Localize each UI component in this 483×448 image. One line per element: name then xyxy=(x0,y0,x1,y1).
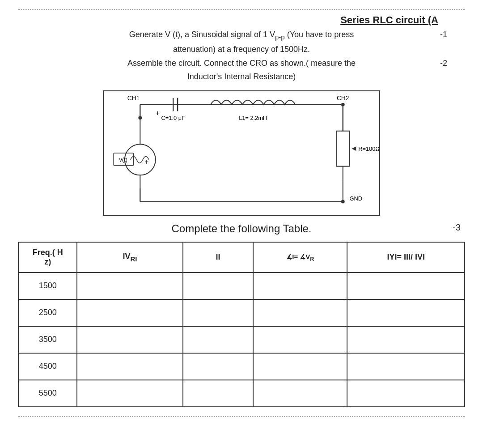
svg-point-22 xyxy=(125,144,156,175)
instruction-2: attenuation) at a frequency of 1500Hz. xyxy=(18,43,465,56)
table-row: 5500 xyxy=(18,380,465,407)
col-header-ivrl: IVRI xyxy=(77,242,182,273)
col-header-angle: ∡I= ∡VR xyxy=(253,242,347,273)
instruction-3: Assemble the circuit. Connect the CRO as… xyxy=(127,59,356,68)
angle-cell xyxy=(253,273,347,299)
table-instruction: Complete the following Table. -3 xyxy=(18,222,465,235)
ivrl-cell xyxy=(77,353,182,380)
ii-cell xyxy=(183,299,254,326)
svg-rect-17 xyxy=(336,131,350,166)
inductor-label: L1= 2.2mH xyxy=(239,115,267,121)
ii-cell xyxy=(183,380,254,407)
col-header-ii: II xyxy=(183,242,254,273)
ivrl-cell xyxy=(77,326,182,353)
resistor-label: R=100Ω xyxy=(358,145,379,152)
instruction-1: Generate V (t), a Sinusoidal signal of 1… xyxy=(129,30,275,39)
ii-cell xyxy=(183,326,254,353)
angle-cell xyxy=(253,299,347,326)
gnd-label: GND xyxy=(350,195,362,202)
ivrl-cell xyxy=(77,380,182,407)
svg-marker-19 xyxy=(352,146,356,151)
ivrl-cell xyxy=(77,273,182,299)
capacitor-label: C=1.0 μF xyxy=(161,115,185,121)
angle-cell xyxy=(253,380,347,407)
ch2-label: CH2 xyxy=(337,95,349,102)
table-row: 2500 xyxy=(18,299,465,326)
vt-label: v(t) xyxy=(119,156,127,163)
iyi-cell xyxy=(347,326,465,353)
col-header-freq: Freq.( Hz) xyxy=(18,242,77,273)
table-row: 3500 xyxy=(18,326,465,353)
circuit-diagram: CH1 + C=1.0 μF xyxy=(18,90,465,216)
table-row: 4500 xyxy=(18,353,465,380)
step-minus2: -2 xyxy=(440,56,447,70)
svg-text:+: + xyxy=(156,109,160,117)
iyi-cell xyxy=(347,380,465,407)
step-minus1: -1 xyxy=(440,28,447,42)
instruction-1c: (You have to press xyxy=(285,30,354,39)
data-table: Freq.( Hz) IVRI II ∡I= ∡VR IYI= III/ IVI… xyxy=(18,242,465,407)
freq-cell: 5500 xyxy=(18,380,77,407)
freq-cell: 3500 xyxy=(18,326,77,353)
freq-cell: 4500 xyxy=(18,353,77,380)
ii-cell xyxy=(183,353,254,380)
instruction-4: Inductor's Internal Resistance) xyxy=(18,70,465,84)
col-header-iyi: IYI= III/ IVI xyxy=(347,242,465,273)
page-title: Series RLC circuit (A xyxy=(18,14,465,26)
ivrl-cell xyxy=(77,299,182,326)
svg-point-20 xyxy=(341,200,345,203)
step-minus3: -3 xyxy=(453,222,461,233)
svg-text:+: + xyxy=(144,158,148,166)
freq-cell: 1500 xyxy=(18,273,77,299)
angle-cell xyxy=(253,326,347,353)
angle-cell xyxy=(253,353,347,380)
freq-cell: 2500 xyxy=(18,299,77,326)
ch1-label: CH1 xyxy=(127,95,140,102)
iyi-cell xyxy=(347,273,465,299)
iyi-cell xyxy=(347,353,465,380)
vpp-subscript: p-p xyxy=(275,33,285,41)
table-row: 1500 xyxy=(18,273,465,299)
ii-cell xyxy=(183,273,254,299)
iyi-cell xyxy=(347,299,465,326)
